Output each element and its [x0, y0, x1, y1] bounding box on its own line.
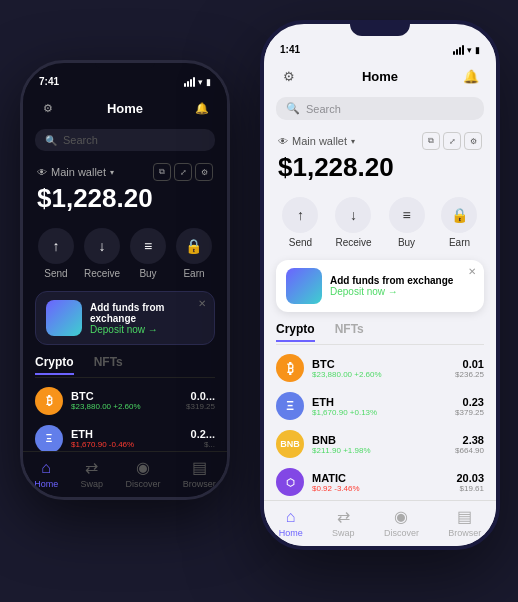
light-nav-discover[interactable]: ◉ Discover [384, 507, 419, 538]
light-nav-home[interactable]: ⌂ Home [279, 508, 303, 538]
dark-expand-btn[interactable]: ⤢ [174, 163, 192, 181]
dark-header: ⚙ Home 🔔 [23, 91, 227, 125]
light-crypto-list: ₿ BTC $23,880.00 +2.60% 0.01 $236.25 Ξ E… [264, 345, 496, 500]
light-receive-btn[interactable]: ↓ Receive [335, 197, 371, 248]
light-action-buttons: ↑ Send ↓ Receive ≡ Buy 🔒 Earn [264, 189, 496, 256]
dark-settings-btn[interactable]: ⚙ [37, 97, 59, 119]
light-tab-crypto[interactable]: Crypto [276, 322, 315, 342]
dark-send-btn[interactable]: ↑ Send [38, 228, 74, 279]
dark-btc-row[interactable]: ₿ BTC $23,880.00 +2.60% 0.0... $319.25 [23, 382, 227, 420]
light-matic-values: 20.03 $19.61 [456, 472, 484, 493]
light-expand-btn[interactable]: ⤢ [443, 132, 461, 150]
light-header-title: Home [300, 69, 460, 84]
dark-eth-icon: Ξ [35, 425, 63, 451]
light-wallet-section: 👁 Main wallet ▾ ⧉ ⤢ ⚙ $1,228.20 [264, 124, 496, 189]
dark-btc-name: BTC [71, 390, 178, 402]
dark-btc-info: BTC $23,880.00 +2.60% [71, 390, 178, 411]
light-eth-usd: $379.25 [455, 408, 484, 417]
dark-copy-btn[interactable]: ⧉ [153, 163, 171, 181]
light-send-label: Send [289, 237, 312, 248]
light-earn-label: Earn [449, 237, 470, 248]
light-notification-btn[interactable]: 🔔 [460, 65, 482, 87]
light-matic-icon: ⬡ [276, 468, 304, 496]
dark-notification-btn[interactable]: 🔔 [191, 97, 213, 119]
dark-nav-swap[interactable]: ⇄ Swap [81, 458, 104, 489]
light-buy-icon: ≡ [389, 197, 425, 233]
dark-time: 7:41 [39, 76, 59, 87]
dark-banner-close[interactable]: ✕ [198, 298, 206, 309]
light-browser-icon: ▤ [457, 507, 472, 526]
dark-eye-icon: 👁 [37, 167, 47, 178]
dark-browser-icon: ▤ [192, 458, 207, 477]
light-matic-row[interactable]: ⬡ MATIC $0.92 -3.46% 20.03 $19.61 [264, 463, 496, 500]
light-eth-row[interactable]: Ξ ETH $1,670.90 +0.13% 0.23 $379.25 [264, 387, 496, 425]
light-bell-icon: 🔔 [463, 69, 479, 84]
dark-earn-label: Earn [183, 268, 204, 279]
dark-tab-nfts[interactable]: NFTs [94, 355, 123, 375]
dark-nav-discover[interactable]: ◉ Discover [125, 458, 160, 489]
dark-banner-link[interactable]: Deposit now → [90, 324, 204, 335]
lbar1 [453, 51, 455, 55]
dark-send-icon: ↑ [38, 228, 74, 264]
dark-btc-values: 0.0... $319.25 [186, 390, 215, 411]
dark-buy-btn[interactable]: ≡ Buy [130, 228, 166, 279]
dark-eth-row[interactable]: Ξ ETH $1,670.90 -0.46% 0.2... $... [23, 420, 227, 451]
light-eth-info: ETH $1,670.90 +0.13% [312, 396, 447, 417]
light-tab-nfts[interactable]: NFTs [335, 322, 364, 342]
dark-wallet-settings-btn[interactable]: ⚙ [195, 163, 213, 181]
light-nav-swap[interactable]: ⇄ Swap [332, 507, 355, 538]
light-nav-browser[interactable]: ▤ Browser [448, 507, 481, 538]
light-banner-link[interactable]: Deposit now → [330, 286, 474, 297]
light-eth-name: ETH [312, 396, 447, 408]
light-wallet-name: Main wallet [292, 135, 347, 147]
light-send-btn[interactable]: ↑ Send [282, 197, 318, 248]
dark-discover-icon: ◉ [136, 458, 150, 477]
dark-search-bar[interactable]: 🔍 Search [35, 129, 215, 151]
light-bnb-values: 2.38 $664.90 [455, 434, 484, 455]
light-banner[interactable]: Add funds from exchange Deposit now → ✕ [276, 260, 484, 312]
dark-wallet-arrow: ▾ [110, 168, 114, 177]
light-time: 1:41 [280, 44, 300, 55]
light-browser-label: Browser [448, 528, 481, 538]
dark-nav-browser[interactable]: ▤ Browser [183, 458, 216, 489]
dark-banner[interactable]: Add funds from exchange Deposit now → ✕ [35, 291, 215, 345]
dark-tab-crypto[interactable]: Crypto [35, 355, 74, 375]
light-banner-title: Add funds from exchange [330, 275, 474, 286]
light-btc-row[interactable]: ₿ BTC $23,880.00 +2.60% 0.01 $236.25 [264, 349, 496, 387]
dark-nav-home[interactable]: ⌂ Home [34, 459, 58, 489]
bar1 [184, 83, 186, 87]
dark-btc-icon: ₿ [35, 387, 63, 415]
dark-receive-label: Receive [84, 268, 120, 279]
light-earn-btn[interactable]: 🔒 Earn [441, 197, 477, 248]
dark-discover-label: Discover [125, 479, 160, 489]
light-bnb-row[interactable]: BNB BNB $211.90 +1.98% 2.38 $664.90 [264, 425, 496, 463]
dark-bottom-nav: ⌂ Home ⇄ Swap ◉ Discover ▤ Browser [23, 451, 227, 497]
light-wallet-settings-btn[interactable]: ⚙ [464, 132, 482, 150]
light-send-icon: ↑ [282, 197, 318, 233]
light-buy-btn[interactable]: ≡ Buy [389, 197, 425, 248]
light-bnb-info: BNB $211.90 +1.98% [312, 434, 447, 455]
dark-earn-btn[interactable]: 🔒 Earn [176, 228, 212, 279]
light-wallet-label[interactable]: 👁 Main wallet ▾ ⧉ ⤢ ⚙ [278, 132, 482, 150]
light-copy-btn[interactable]: ⧉ [422, 132, 440, 150]
bar4 [193, 77, 195, 87]
light-wallet-balance: $1,228.20 [278, 152, 482, 183]
dark-wallet-label[interactable]: 👁 Main wallet ▾ ⧉ ⤢ ⚙ [37, 163, 213, 181]
light-matic-sub: $0.92 -3.46% [312, 484, 448, 493]
light-banner-close[interactable]: ✕ [468, 266, 476, 277]
light-settings-btn[interactable]: ⚙ [278, 65, 300, 87]
dark-btc-usd: $319.25 [186, 402, 215, 411]
light-search-bar[interactable]: 🔍 Search [276, 97, 484, 120]
lbar4 [462, 45, 464, 55]
light-matic-amount: 20.03 [456, 472, 484, 484]
light-buy-label: Buy [398, 237, 415, 248]
phones-container: 7:41 ▾ ▮ ⚙ Home [0, 0, 518, 602]
dark-wallet-section: 👁 Main wallet ▾ ⧉ ⤢ ⚙ $1,228.20 [23, 155, 227, 220]
light-eth-amount: 0.23 [455, 396, 484, 408]
dark-banner-title: Add funds from exchange [90, 302, 204, 324]
light-bnb-usd: $664.90 [455, 446, 484, 455]
bar2 [187, 81, 189, 87]
light-matic-info: MATIC $0.92 -3.46% [312, 472, 448, 493]
light-matic-name: MATIC [312, 472, 448, 484]
dark-receive-btn[interactable]: ↓ Receive [84, 228, 120, 279]
